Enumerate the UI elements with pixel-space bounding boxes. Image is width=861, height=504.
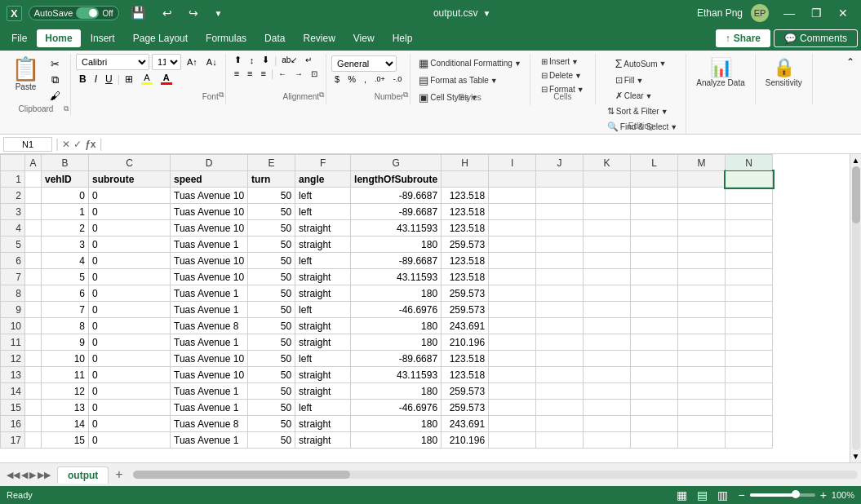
cell-C7[interactable]: 0 xyxy=(89,269,171,285)
cell-J12[interactable] xyxy=(536,351,584,367)
cell-C17[interactable]: 0 xyxy=(89,432,171,449)
delete-dropdown[interactable]: ▼ xyxy=(575,72,582,80)
cell-D2[interactable]: Tuas Avenue 10 xyxy=(171,188,248,204)
cell-J17[interactable] xyxy=(536,432,584,449)
cell-B2[interactable]: 0 xyxy=(42,188,89,204)
cell-F5[interactable]: straight xyxy=(295,237,351,253)
cell-B16[interactable]: 14 xyxy=(42,416,89,432)
cell-B1[interactable]: vehID xyxy=(42,171,89,188)
cell-I11[interactable] xyxy=(489,334,536,351)
cell-I16[interactable] xyxy=(489,416,536,432)
cell-L8[interactable] xyxy=(631,285,678,302)
sort-filter-button[interactable]: ⇅ Sort & Filter ▼ xyxy=(604,104,681,118)
cell-C2[interactable]: 0 xyxy=(89,188,171,204)
cell-F12[interactable]: left xyxy=(295,351,351,367)
sum-dropdown[interactable]: ▼ xyxy=(659,60,667,68)
cell-H9[interactable]: 259.573 xyxy=(442,302,489,318)
cell-H16[interactable]: 243.691 xyxy=(442,416,489,432)
row-header-3[interactable]: 3 xyxy=(1,204,25,220)
cell-M15[interactable] xyxy=(678,400,726,416)
font-size-select[interactable]: 11 xyxy=(152,54,181,70)
cell-E12[interactable]: 50 xyxy=(248,351,295,367)
cell-J13[interactable] xyxy=(536,367,584,383)
cell-D15[interactable]: Tuas Avenue 1 xyxy=(171,400,248,416)
col-header-C[interactable]: C xyxy=(89,155,171,171)
cell-E8[interactable]: 50 xyxy=(248,285,295,302)
cell-G4[interactable]: 43.11593 xyxy=(351,220,442,237)
cell-K7[interactable] xyxy=(584,269,631,285)
share-button[interactable]: ↑ Share xyxy=(716,29,770,47)
cell-C9[interactable]: 0 xyxy=(89,302,171,318)
cell-A13[interactable] xyxy=(25,367,42,383)
format-cell-dropdown[interactable]: ▼ xyxy=(577,86,584,94)
cell-G11[interactable]: 180 xyxy=(351,334,442,351)
cell-G12[interactable]: -89.6687 xyxy=(351,351,442,367)
cell-L16[interactable] xyxy=(631,416,678,432)
cell-I13[interactable] xyxy=(489,367,536,383)
row-header-2[interactable]: 2 xyxy=(1,188,25,204)
cell-B5[interactable]: 3 xyxy=(42,237,89,253)
cell-I9[interactable] xyxy=(489,302,536,318)
scroll-up-button[interactable]: ▲ xyxy=(852,156,860,165)
cell-L11[interactable] xyxy=(631,334,678,351)
restore-button[interactable]: ❐ xyxy=(805,5,828,21)
row-header-15[interactable]: 15 xyxy=(1,400,25,416)
cell-L9[interactable] xyxy=(631,302,678,318)
customize-qat-button[interactable]: ▼ xyxy=(210,7,228,20)
cell-F7[interactable]: straight xyxy=(295,269,351,285)
cell-I1[interactable] xyxy=(489,171,536,188)
cell-L2[interactable] xyxy=(631,188,678,204)
cell-A2[interactable] xyxy=(25,188,42,204)
find-dropdown[interactable]: ▼ xyxy=(670,123,677,131)
percent-button[interactable]: % xyxy=(344,73,359,85)
cell-F1[interactable]: angle xyxy=(295,171,351,188)
cell-L1[interactable] xyxy=(631,171,678,188)
cell-L6[interactable] xyxy=(631,253,678,269)
row-header-5[interactable]: 5 xyxy=(1,237,25,253)
cell-F3[interactable]: left xyxy=(295,204,351,220)
scroll-down-button[interactable]: ▼ xyxy=(852,452,860,461)
delete-button[interactable]: ⊟ Delete ▼ xyxy=(538,69,588,82)
menu-view[interactable]: View xyxy=(345,29,383,47)
currency-button[interactable]: $ xyxy=(331,73,343,85)
col-header-F[interactable]: F xyxy=(295,155,351,171)
col-header-G[interactable]: G xyxy=(351,155,442,171)
cell-H12[interactable]: 123.518 xyxy=(442,351,489,367)
cell-F14[interactable]: straight xyxy=(295,383,351,400)
cell-M14[interactable] xyxy=(678,383,726,400)
add-sheet-button[interactable]: + xyxy=(112,467,126,482)
cell-M13[interactable] xyxy=(678,367,726,383)
sort-dropdown[interactable]: ▼ xyxy=(661,108,668,116)
cell-A7[interactable] xyxy=(25,269,42,285)
cell-A15[interactable] xyxy=(25,400,42,416)
cell-B11[interactable]: 9 xyxy=(42,334,89,351)
cell-C14[interactable]: 0 xyxy=(89,383,171,400)
cell-J3[interactable] xyxy=(536,204,584,220)
cell-reference-input[interactable]: N1 xyxy=(3,137,52,152)
cell-J5[interactable] xyxy=(536,237,584,253)
clear-button[interactable]: ✗ Clear ▼ xyxy=(612,89,670,103)
cell-M7[interactable] xyxy=(678,269,726,285)
cell-M3[interactable] xyxy=(678,204,726,220)
cell-B9[interactable]: 7 xyxy=(42,302,89,318)
cell-H17[interactable]: 210.196 xyxy=(442,432,489,449)
row-header-10[interactable]: 10 xyxy=(1,318,25,334)
cell-G1[interactable]: lengthOfSubroute xyxy=(351,171,442,188)
col-header-H[interactable]: H xyxy=(442,155,489,171)
cell-E16[interactable]: 50 xyxy=(248,416,295,432)
menu-formulas[interactable]: Formulas xyxy=(197,29,255,47)
cell-E5[interactable]: 50 xyxy=(248,237,295,253)
cell-N11[interactable] xyxy=(726,334,773,351)
row-header-17[interactable]: 17 xyxy=(1,432,25,449)
cell-F15[interactable]: left xyxy=(295,400,351,416)
cell-E6[interactable]: 50 xyxy=(248,253,295,269)
cell-N8[interactable] xyxy=(726,285,773,302)
menu-page-layout[interactable]: Page Layout xyxy=(125,29,196,47)
cell-C4[interactable]: 0 xyxy=(89,220,171,237)
cell-E3[interactable]: 50 xyxy=(248,204,295,220)
cell-I10[interactable] xyxy=(489,318,536,334)
cell-J6[interactable] xyxy=(536,253,584,269)
col-header-D[interactable]: D xyxy=(171,155,248,171)
cell-J15[interactable] xyxy=(536,400,584,416)
menu-review[interactable]: Review xyxy=(295,29,343,47)
